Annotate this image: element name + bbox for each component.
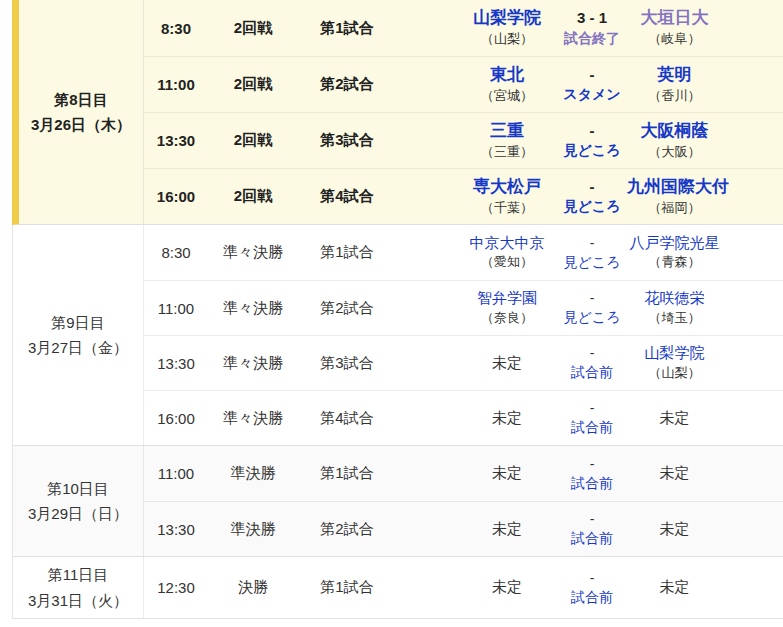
start-time-label: 13:30 xyxy=(144,521,208,538)
score-label: 3 - 1 xyxy=(557,8,627,28)
match-row: 16:002回戦第4試合専大松戸（千葉）-見どころ九州国際大付（福岡） xyxy=(144,168,783,224)
date-label: 3月26日（木） xyxy=(19,112,143,138)
date-cell: 第10日目3月29日（日） xyxy=(13,446,144,556)
team2-link[interactable]: 大垣日大 xyxy=(627,7,722,30)
match-cell: 未定-試合前未定 xyxy=(396,455,783,493)
game-status-link[interactable]: 見どころ xyxy=(557,253,627,272)
team2-link[interactable]: 大阪桐蔭 xyxy=(627,120,722,143)
start-time-label: 12:30 xyxy=(144,579,208,596)
game-status-link[interactable]: 見どころ xyxy=(557,141,627,160)
team2-link[interactable]: 山梨学院 xyxy=(627,343,722,363)
game-status-link[interactable]: 見どころ xyxy=(557,197,627,216)
team1-undecided-label: 未定 xyxy=(457,577,557,597)
round-label: 決勝 xyxy=(208,578,298,597)
team2-undecided-label: 未定 xyxy=(627,463,722,483)
match-row: 12:30決勝第1試合未定-試合前未定 xyxy=(144,557,783,618)
game-status-link[interactable]: 試合前 xyxy=(557,529,627,548)
game-number-label: 第1試合 xyxy=(298,578,396,597)
match-cell: 未定-試合前未定 xyxy=(396,569,783,607)
game-status-link[interactable]: スタメン xyxy=(557,85,627,104)
game-status-link[interactable]: 試合前 xyxy=(557,363,627,382)
team1-cell: 未定 xyxy=(457,519,557,539)
score-status-cell: -試合前 xyxy=(557,399,627,437)
match-row: 11:00準決勝第1試合未定-試合前未定 xyxy=(144,446,783,501)
team1-cell: 東北（宮城） xyxy=(457,64,557,106)
match-cell: 中京大中京（愛知）-見どころ八戸学院光星（青森） xyxy=(396,233,783,272)
team2-undecided-label: 未定 xyxy=(627,408,722,428)
start-time-label: 13:30 xyxy=(144,355,208,372)
team2-link[interactable]: 八戸学院光星 xyxy=(627,233,722,253)
game-status-link[interactable]: 見どころ xyxy=(557,308,627,327)
date-cell: 第11日目3月31日（火） xyxy=(13,557,144,618)
round-label: 準々決勝 xyxy=(208,243,298,262)
score-label: - xyxy=(557,455,627,474)
team1-undecided-label: 未定 xyxy=(457,408,557,428)
score-label: - xyxy=(557,344,627,363)
match-cell: 智弁学園（奈良）-見どころ花咲徳栄（埼玉） xyxy=(396,288,783,327)
game-number-label: 第1試合 xyxy=(298,464,396,483)
team1-link[interactable]: 山梨学院 xyxy=(457,7,557,30)
game-status-link[interactable]: 試合終了 xyxy=(557,29,627,48)
score-label: - xyxy=(557,510,627,529)
date-label: 3月29日（日） xyxy=(13,501,143,527)
start-time-label: 13:30 xyxy=(144,132,208,149)
round-label: 準々決勝 xyxy=(208,299,298,318)
round-label: 準々決勝 xyxy=(208,354,298,373)
team1-cell: 未定 xyxy=(457,577,557,597)
team1-undecided-label: 未定 xyxy=(457,353,557,373)
schedule-page: { "colors": { "accent_bar_yellow": "#F1C… xyxy=(0,0,783,627)
date-cell: 第8日目3月26日（木） xyxy=(19,0,144,224)
start-time-label: 16:00 xyxy=(144,410,208,427)
round-label: 2回戦 xyxy=(208,19,298,38)
game-status-link[interactable]: 試合前 xyxy=(557,474,627,493)
game-number-label: 第2試合 xyxy=(298,299,396,318)
team2-link[interactable]: 英明 xyxy=(627,64,722,87)
team2-prefecture-label: （山梨） xyxy=(627,364,722,383)
round-label: 2回戦 xyxy=(208,75,298,94)
round-label: 準決勝 xyxy=(208,520,298,539)
team1-prefecture-label: （愛知） xyxy=(457,253,557,272)
day-number-label: 第9日目 xyxy=(13,310,143,336)
day-number-label: 第8日目 xyxy=(19,87,143,113)
game-number-label: 第4試合 xyxy=(298,187,396,206)
day-section: 第10日目3月29日（日）11:00準決勝第1試合未定-試合前未定13:30準決… xyxy=(12,446,783,557)
match-row: 11:002回戦第2試合東北（宮城）-スタメン英明（香川） xyxy=(144,56,783,112)
match-cell: 未定-試合前未定 xyxy=(396,399,783,437)
game-number-label: 第2試合 xyxy=(298,75,396,94)
team2-undecided-label: 未定 xyxy=(627,577,722,597)
score-label: - xyxy=(557,289,627,308)
match-cell: 三重（三重）-見どころ大阪桐蔭（大阪） xyxy=(396,120,783,162)
score-status-cell: -スタメン xyxy=(557,65,627,104)
team1-link[interactable]: 三重 xyxy=(457,120,557,143)
team1-link[interactable]: 智弁学園 xyxy=(457,288,557,308)
game-status-link[interactable]: 試合前 xyxy=(557,588,627,607)
tournament-schedule-table: 第8日目3月26日（木）8:302回戦第1試合山梨学院（山梨）3 - 1試合終了… xyxy=(12,0,783,619)
rows-container: 12:30決勝第1試合未定-試合前未定 xyxy=(144,557,783,618)
score-status-cell: -見どころ xyxy=(557,289,627,327)
start-time-label: 11:00 xyxy=(144,465,208,482)
match-row: 8:30準々決勝第1試合中京大中京（愛知）-見どころ八戸学院光星（青森） xyxy=(144,225,783,280)
team2-link[interactable]: 花咲徳栄 xyxy=(627,288,722,308)
round-label: 2回戦 xyxy=(208,187,298,206)
team2-link[interactable]: 九州国際大付 xyxy=(627,176,722,199)
team1-link[interactable]: 東北 xyxy=(457,64,557,87)
team1-link[interactable]: 中京大中京 xyxy=(457,233,557,253)
team1-prefecture-label: （三重） xyxy=(457,143,557,162)
match-cell: 未定-試合前山梨学院（山梨） xyxy=(396,343,783,382)
match-cell: 専大松戸（千葉）-見どころ九州国際大付（福岡） xyxy=(396,176,783,218)
team1-link[interactable]: 専大松戸 xyxy=(457,176,557,199)
team1-cell: 未定 xyxy=(457,463,557,483)
match-row: 13:302回戦第3試合三重（三重）-見どころ大阪桐蔭（大阪） xyxy=(144,112,783,168)
team2-prefecture-label: （青森） xyxy=(627,253,722,272)
day-number-label: 第10日目 xyxy=(13,476,143,502)
game-status-link[interactable]: 試合前 xyxy=(557,418,627,437)
team2-cell: 大垣日大（岐阜） xyxy=(627,7,722,49)
start-time-label: 16:00 xyxy=(144,188,208,205)
round-label: 2回戦 xyxy=(208,131,298,150)
team1-cell: 山梨学院（山梨） xyxy=(457,7,557,49)
team2-cell: 未定 xyxy=(627,519,722,539)
match-row: 13:30準決勝第2試合未定-試合前未定 xyxy=(144,501,783,556)
score-status-cell: -試合前 xyxy=(557,344,627,382)
team2-prefecture-label: （大阪） xyxy=(627,143,722,162)
rows-container: 8:30準々決勝第1試合中京大中京（愛知）-見どころ八戸学院光星（青森）11:0… xyxy=(144,225,783,445)
